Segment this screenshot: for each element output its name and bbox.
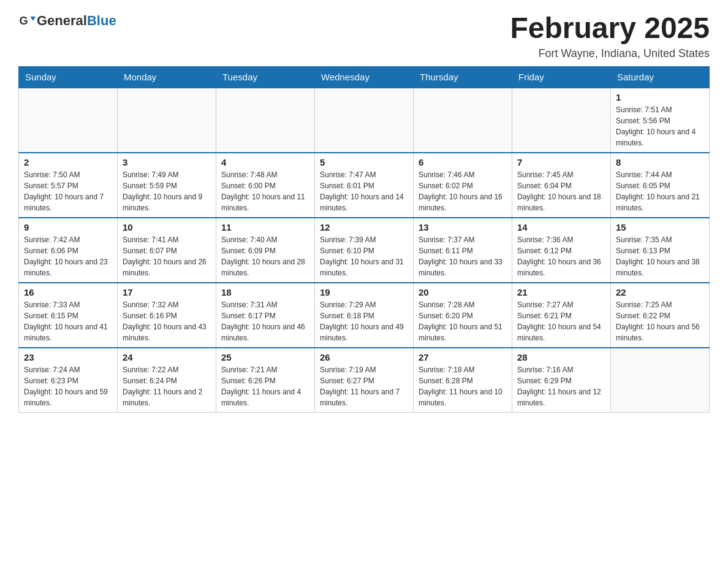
- day-info: Sunrise: 7:47 AM Sunset: 6:01 PM Dayligh…: [320, 169, 408, 213]
- day-info: Sunrise: 7:31 AM Sunset: 6:17 PM Dayligh…: [221, 299, 309, 343]
- calendar-cell: 9Sunrise: 7:42 AM Sunset: 6:06 PM Daylig…: [19, 218, 118, 283]
- week-row-3: 9Sunrise: 7:42 AM Sunset: 6:06 PM Daylig…: [19, 218, 710, 283]
- day-number: 18: [221, 287, 309, 297]
- day-number: 7: [517, 157, 605, 167]
- day-info: Sunrise: 7:51 AM Sunset: 5:56 PM Dayligh…: [616, 104, 704, 148]
- day-info: Sunrise: 7:48 AM Sunset: 6:00 PM Dayligh…: [221, 169, 309, 213]
- calendar-cell: 10Sunrise: 7:41 AM Sunset: 6:07 PM Dayli…: [118, 218, 216, 283]
- day-info: Sunrise: 7:41 AM Sunset: 6:07 PM Dayligh…: [123, 234, 211, 278]
- logo-icon: G: [18, 12, 36, 29]
- title-block: February 2025 Fort Wayne, Indiana, Unite…: [510, 12, 710, 60]
- day-number: 17: [123, 287, 211, 297]
- calendar-cell: 27Sunrise: 7:18 AM Sunset: 6:28 PM Dayli…: [414, 348, 512, 413]
- day-number: 19: [320, 287, 408, 297]
- day-info: Sunrise: 7:37 AM Sunset: 6:11 PM Dayligh…: [419, 234, 507, 278]
- day-number: 21: [517, 287, 605, 297]
- calendar-cell: 7Sunrise: 7:45 AM Sunset: 6:04 PM Daylig…: [512, 153, 611, 218]
- calendar-cell: [118, 88, 216, 153]
- location-text: Fort Wayne, Indiana, United States: [510, 47, 710, 60]
- day-info: Sunrise: 7:49 AM Sunset: 5:59 PM Dayligh…: [123, 169, 211, 213]
- day-header-tuesday: Tuesday: [216, 66, 315, 88]
- day-info: Sunrise: 7:18 AM Sunset: 6:28 PM Dayligh…: [419, 364, 507, 408]
- calendar-cell: [414, 88, 512, 153]
- day-header-sunday: Sunday: [19, 66, 118, 88]
- day-info: Sunrise: 7:27 AM Sunset: 6:21 PM Dayligh…: [517, 299, 605, 343]
- day-header-thursday: Thursday: [414, 66, 512, 88]
- day-info: Sunrise: 7:33 AM Sunset: 6:15 PM Dayligh…: [24, 299, 112, 343]
- day-number: 28: [517, 352, 605, 362]
- day-info: Sunrise: 7:46 AM Sunset: 6:02 PM Dayligh…: [419, 169, 507, 213]
- day-info: Sunrise: 7:29 AM Sunset: 6:18 PM Dayligh…: [320, 299, 408, 343]
- calendar-cell: 8Sunrise: 7:44 AM Sunset: 6:05 PM Daylig…: [611, 153, 710, 218]
- calendar-cell: 26Sunrise: 7:19 AM Sunset: 6:27 PM Dayli…: [315, 348, 414, 413]
- day-number: 1: [616, 92, 704, 102]
- day-number: 13: [419, 222, 507, 232]
- calendar-cell: [216, 88, 315, 153]
- day-info: Sunrise: 7:25 AM Sunset: 6:22 PM Dayligh…: [616, 299, 704, 343]
- day-number: 20: [419, 287, 507, 297]
- day-header-wednesday: Wednesday: [315, 66, 414, 88]
- calendar-cell: [19, 88, 118, 153]
- calendar-cell: [512, 88, 611, 153]
- calendar-cell: 13Sunrise: 7:37 AM Sunset: 6:11 PM Dayli…: [414, 218, 512, 283]
- calendar-cell: 1Sunrise: 7:51 AM Sunset: 5:56 PM Daylig…: [611, 88, 710, 153]
- day-number: 2: [24, 157, 112, 167]
- day-info: Sunrise: 7:22 AM Sunset: 6:24 PM Dayligh…: [123, 364, 211, 408]
- day-number: 24: [123, 352, 211, 362]
- day-header-friday: Friday: [512, 66, 611, 88]
- day-number: 23: [24, 352, 112, 362]
- calendar-table: SundayMondayTuesdayWednesdayThursdayFrid…: [18, 66, 710, 413]
- day-number: 12: [320, 222, 408, 232]
- day-number: 22: [616, 287, 704, 297]
- day-info: Sunrise: 7:36 AM Sunset: 6:12 PM Dayligh…: [517, 234, 605, 278]
- day-info: Sunrise: 7:40 AM Sunset: 6:09 PM Dayligh…: [221, 234, 309, 278]
- day-number: 10: [123, 222, 211, 232]
- day-info: Sunrise: 7:19 AM Sunset: 6:27 PM Dayligh…: [320, 364, 408, 408]
- calendar-cell: 14Sunrise: 7:36 AM Sunset: 6:12 PM Dayli…: [512, 218, 611, 283]
- day-info: Sunrise: 7:28 AM Sunset: 6:20 PM Dayligh…: [419, 299, 507, 343]
- day-info: Sunrise: 7:35 AM Sunset: 6:13 PM Dayligh…: [616, 234, 704, 278]
- calendar-cell: 17Sunrise: 7:32 AM Sunset: 6:16 PM Dayli…: [118, 283, 216, 348]
- day-info: Sunrise: 7:16 AM Sunset: 6:29 PM Dayligh…: [517, 364, 605, 408]
- week-row-4: 16Sunrise: 7:33 AM Sunset: 6:15 PM Dayli…: [19, 283, 710, 348]
- calendar-cell: 3Sunrise: 7:49 AM Sunset: 5:59 PM Daylig…: [118, 153, 216, 218]
- day-number: 4: [221, 157, 309, 167]
- day-number: 5: [320, 157, 408, 167]
- calendar-cell: 19Sunrise: 7:29 AM Sunset: 6:18 PM Dayli…: [315, 283, 414, 348]
- day-info: Sunrise: 7:32 AM Sunset: 6:16 PM Dayligh…: [123, 299, 211, 343]
- day-number: 3: [123, 157, 211, 167]
- calendar-cell: 2Sunrise: 7:50 AM Sunset: 5:57 PM Daylig…: [19, 153, 118, 218]
- day-number: 9: [24, 222, 112, 232]
- calendar-cell: 11Sunrise: 7:40 AM Sunset: 6:09 PM Dayli…: [216, 218, 315, 283]
- logo: G GeneralBlue: [18, 12, 116, 29]
- calendar-cell: 22Sunrise: 7:25 AM Sunset: 6:22 PM Dayli…: [611, 283, 710, 348]
- day-number: 6: [419, 157, 507, 167]
- calendar-cell: 18Sunrise: 7:31 AM Sunset: 6:17 PM Dayli…: [216, 283, 315, 348]
- day-info: Sunrise: 7:24 AM Sunset: 6:23 PM Dayligh…: [24, 364, 112, 408]
- day-header-monday: Monday: [118, 66, 216, 88]
- calendar-header-row: SundayMondayTuesdayWednesdayThursdayFrid…: [19, 66, 710, 88]
- calendar-cell: 15Sunrise: 7:35 AM Sunset: 6:13 PM Dayli…: [611, 218, 710, 283]
- day-info: Sunrise: 7:21 AM Sunset: 6:26 PM Dayligh…: [221, 364, 309, 408]
- week-row-2: 2Sunrise: 7:50 AM Sunset: 5:57 PM Daylig…: [19, 153, 710, 218]
- calendar-cell: 20Sunrise: 7:28 AM Sunset: 6:20 PM Dayli…: [414, 283, 512, 348]
- day-number: 8: [616, 157, 704, 167]
- week-row-5: 23Sunrise: 7:24 AM Sunset: 6:23 PM Dayli…: [19, 348, 710, 413]
- week-row-1: 1Sunrise: 7:51 AM Sunset: 5:56 PM Daylig…: [19, 88, 710, 153]
- day-number: 14: [517, 222, 605, 232]
- calendar-cell: [611, 348, 710, 413]
- svg-text:G: G: [19, 15, 28, 27]
- day-number: 11: [221, 222, 309, 232]
- calendar-cell: 28Sunrise: 7:16 AM Sunset: 6:29 PM Dayli…: [512, 348, 611, 413]
- logo-general-text: General: [37, 13, 87, 28]
- day-number: 27: [419, 352, 507, 362]
- month-title: February 2025: [510, 12, 710, 45]
- day-info: Sunrise: 7:45 AM Sunset: 6:04 PM Dayligh…: [517, 169, 605, 213]
- calendar-cell: 23Sunrise: 7:24 AM Sunset: 6:23 PM Dayli…: [19, 348, 118, 413]
- calendar-cell: 4Sunrise: 7:48 AM Sunset: 6:00 PM Daylig…: [216, 153, 315, 218]
- calendar-cell: 16Sunrise: 7:33 AM Sunset: 6:15 PM Dayli…: [19, 283, 118, 348]
- day-info: Sunrise: 7:50 AM Sunset: 5:57 PM Dayligh…: [24, 169, 112, 213]
- day-number: 25: [221, 352, 309, 362]
- day-info: Sunrise: 7:42 AM Sunset: 6:06 PM Dayligh…: [24, 234, 112, 278]
- calendar-cell: 24Sunrise: 7:22 AM Sunset: 6:24 PM Dayli…: [118, 348, 216, 413]
